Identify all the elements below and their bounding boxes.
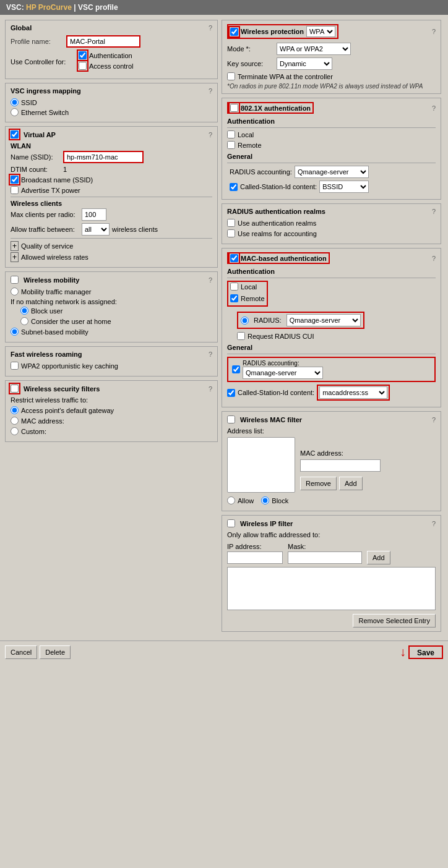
mac-address-list[interactable] [227,437,295,493]
mac-auth-radius-select[interactable]: Qmanage-server [286,314,361,326]
mac-auth-remote-checkbox[interactable] [230,294,238,302]
wireless-security-help[interactable]: ? [209,385,212,393]
request-radius-cui-checkbox[interactable] [237,332,245,340]
mac-remove-button[interactable]: Remove [300,477,337,490]
wpa-mode-select[interactable]: WPA or WPA2 [277,43,351,55]
access-point-gateway-radio[interactable] [11,406,19,414]
mobility-manager-radio[interactable] [11,287,19,296]
mac-auth-help[interactable]: ? [432,255,436,262]
wpa-note: *On radios in pure 802.11n mode WPA2 is … [227,83,436,90]
mac-auth-checkbox[interactable] [230,254,238,262]
access-control-checkbox[interactable] [79,62,87,70]
dot1x-called-station-label: Called-Station-Id content: [240,183,317,190]
ip-filter-list[interactable] [227,567,436,610]
ip-filter-checkbox[interactable] [227,519,235,527]
wireless-security-checkbox[interactable] [11,385,19,393]
cancel-button[interactable]: Cancel [5,645,37,659]
allowed-wireless-rates-row[interactable]: + Allowed wireless rates [11,252,212,262]
terminate-wpa-checkbox[interactable] [227,72,235,80]
mac-auth-radius-acct-label: RADIUS accounting: [243,360,323,367]
global-help[interactable]: ? [209,24,212,32]
mac-auth-local-checkbox[interactable] [230,283,238,291]
ip-add-button[interactable]: Add [367,551,390,564]
consider-user-label: Consider the user at home [31,318,111,325]
ip-filter-title: Wireless IP filter [240,520,293,527]
request-radius-cui-label: Request RADIUS CUI [248,333,314,340]
title-prefix: VSC: [6,3,24,12]
consider-user-radio[interactable] [20,317,28,325]
wireless-mobility-help[interactable]: ? [209,276,212,284]
key-source-label: Key source: [227,60,277,67]
mac-auth-auth-label: Authentication [227,268,436,275]
mac-auth-accounting-checkbox[interactable] [232,365,240,373]
dot1x-help[interactable]: ? [432,104,436,112]
wireless-mobility-checkbox[interactable] [11,276,19,284]
dot1x-remote-checkbox[interactable] [227,141,235,149]
delete-button[interactable]: Delete [40,645,71,659]
remove-selected-entry-button[interactable]: Remove Selected Entry [353,614,436,628]
wireless-protection-checkbox[interactable] [230,28,238,36]
ip-filter-desc: Only allow traffic addressed to: [227,531,436,538]
authentication-checkbox[interactable] [79,51,87,59]
dtim-label: DTIM count: [11,166,63,173]
max-clients-input[interactable] [82,208,106,221]
mac-filter-checkbox[interactable] [227,415,235,423]
block-radio[interactable] [261,496,269,504]
wireless-security-title: Wireless security filters [24,385,100,393]
dot1x-called-station-select[interactable]: BSSID [319,181,369,193]
wireless-ip-filter-section: Wireless IP filter ? Only allow traffic … [222,515,441,632]
ssid-name-input[interactable] [63,151,144,163]
virtual-ap-help[interactable]: ? [209,131,212,138]
key-source-select[interactable]: Dynamic [277,57,332,70]
mac-auth-radius-radio[interactable] [241,317,249,325]
virtual-ap-checkbox[interactable] [11,130,19,138]
mac-address-label: MAC address: [300,449,381,457]
advertise-tx-checkbox[interactable] [11,186,19,194]
save-button[interactable]: Save [408,645,443,659]
mac-auth-accounting-select[interactable]: Qmanage-server [243,367,323,379]
ssid-radio[interactable] [11,98,19,106]
wireless-protection-help[interactable]: ? [432,28,436,35]
wpa2-caching-checkbox[interactable] [11,362,19,370]
rates-plus-icon: + [11,252,19,262]
wireless-mobility-section: Wireless mobility ? Mobility traffic man… [5,271,218,343]
ip-address-input[interactable] [227,551,283,564]
dtim-value: 1 [63,166,67,173]
mac-filter-title: Wireless MAC filter [240,416,302,423]
quality-of-service-row[interactable]: + Quality of service [11,241,212,251]
wpa-dropdown[interactable]: WPA [306,26,335,37]
dot1x-called-station-checkbox[interactable] [230,183,238,191]
profile-name-input[interactable] [66,35,140,48]
allow-traffic-select[interactable]: all [82,223,110,236]
subnet-based-radio[interactable] [11,328,19,336]
use-auth-realms-checkbox[interactable] [227,219,235,227]
ip-filter-help[interactable]: ? [432,520,436,527]
authentication-label: Authentication [89,52,132,59]
mac-filter-help[interactable]: ? [432,416,436,423]
allow-traffic-label: Allow traffic between: [11,226,82,233]
mac-address-filter-label: MAC address: [21,417,64,425]
mac-auth-called-station-checkbox[interactable] [227,389,235,397]
mac-address-filter-radio[interactable] [11,417,19,425]
mac-add-button[interactable]: Add [339,477,363,490]
dot1x-local-checkbox[interactable] [227,130,235,138]
rates-label: Allowed wireless rates [21,253,88,261]
radius-realms-help[interactable]: ? [432,208,436,215]
mask-input[interactable] [288,551,362,564]
mac-address-input[interactable] [300,459,381,472]
broadcast-name-checkbox[interactable] [11,176,19,184]
dot1x-radius-select[interactable]: Qmanage-server [295,166,369,178]
fast-roaming-help[interactable]: ? [209,351,212,358]
ethernet-radio[interactable] [11,108,19,116]
access-control-label: Access control [89,62,134,70]
use-realms-accounting-checkbox[interactable] [227,229,235,237]
block-user-radio[interactable] [20,307,28,315]
allow-radio[interactable] [227,496,235,504]
radius-realms-title: RADIUS authentication realms [227,208,325,215]
custom-filter-radio[interactable] [11,427,19,435]
wireless-mac-filter-section: Wireless MAC filter ? Address list: MAC … [222,411,441,511]
mac-auth-called-station-select[interactable]: macaddress:ss [319,386,387,399]
dot1x-checkbox[interactable] [230,104,238,112]
vsc-ingress-help[interactable]: ? [209,87,212,95]
allow-label: Allow [238,497,254,504]
